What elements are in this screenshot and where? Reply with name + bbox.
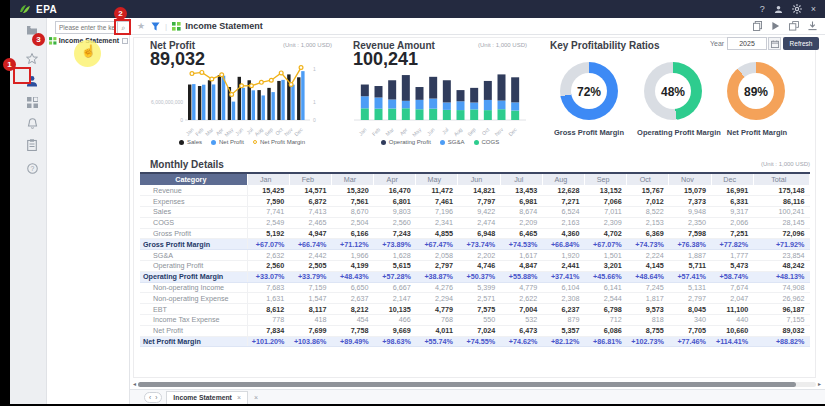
tree-item-box-icon[interactable] [122,38,128,44]
table-cell: 7,004 [500,304,542,315]
legend-label: Sales [187,139,202,145]
table-row-label: Income Tax Expense [140,315,247,326]
svg-text:Nov: Nov [283,126,294,137]
revenue-legend: Operating ProfitSG&ACOGS [355,139,525,145]
filter-icon[interactable] [151,22,160,31]
table-cell: 6,801 [374,196,416,207]
favorite-star-icon[interactable]: ★ [137,21,145,31]
tab-close-icon[interactable]: × [237,394,241,401]
svg-text:1: 1 [313,66,316,72]
table-cell: 7,413 [289,207,331,218]
table-cell: 879 [542,315,584,326]
table-cell: 86,116 [753,196,809,207]
table-cell: 23,854 [753,250,809,261]
table-cell: +74.73% [627,239,669,250]
scrollbar-track[interactable] [138,382,816,387]
svg-text:Apr: Apr [214,126,224,136]
table-cell: 9,422 [458,207,500,218]
help-circle-icon[interactable]: ? [23,161,41,176]
table-cell: 7,758 [331,325,373,336]
legend-marker-icon [440,140,445,145]
search-input[interactable] [55,21,117,34]
table-cell: +71.92% [753,239,809,250]
tab-close-icon[interactable]: × [254,394,258,401]
table-cell: 2,571 [458,293,500,304]
tab-nav-buttons[interactable]: ‹ › [144,392,162,403]
table-cell: +74.53% [500,239,542,250]
table-cell: 2,309 [584,217,626,228]
table-row: Operating Profit Margin+33.07%+33.79%+48… [140,271,810,282]
donut-label: Net Profit Margin [712,128,802,137]
ratios-title: Key Profitability Ratios [550,40,659,51]
table-body: Revenue15,42514,57115,32016,47011,47214,… [140,185,810,347]
year-input[interactable] [727,37,767,50]
legend-item: COGS [474,139,500,145]
scrollbar-thumb[interactable] [138,382,796,387]
table-cell: 2,224 [627,250,669,261]
copy-icon[interactable] [753,21,762,31]
epa-logo: EPA [10,4,57,15]
bell-icon[interactable] [23,116,41,131]
table-cell: +74.55% [458,336,500,347]
table-cell: 9,573 [627,304,669,315]
table-cell: 7,461 [416,196,458,207]
table-cell: 10,660 [711,325,753,336]
table-cell: +73.74% [458,239,500,250]
table-cell: +67.07% [247,239,289,250]
table-row: EBT8,6128,1178,21210,1354,7797,5757,0046… [140,304,810,315]
year-label: Year [710,40,724,47]
table-cell: 7,705 [669,325,711,336]
column-header: Apr [374,173,416,185]
table-cell: 7,674 [711,282,753,293]
close-icon[interactable]: × [811,4,816,14]
export-window-icon[interactable] [789,21,799,31]
help-icon[interactable]: ? [760,4,765,14]
column-header: Jun [458,173,500,185]
table-cell: +37.41% [542,271,584,282]
left-panel: ⌕ Income Statement [47,18,130,404]
table-cell: 9,317 [711,207,753,218]
table-cell: +57.41% [669,271,711,282]
breadcrumb-title: Income Statement [185,21,263,31]
tab-prev-icon[interactable]: ‹ [149,394,151,401]
table-cell: +77.82% [711,239,753,250]
play-icon[interactable] [771,21,780,31]
star-icon[interactable] [23,51,41,66]
table-cell: 8,045 [669,304,711,315]
table-cell: 3,201 [584,261,626,272]
calendar-icon[interactable] [768,37,781,50]
download-icon[interactable] [808,21,817,31]
donut-value: 48% [644,85,702,99]
legend-item: Operating Profit [381,139,431,145]
table-cell: +101.20% [247,336,289,347]
clipboard-icon[interactable] [23,137,41,152]
scroll-left-icon[interactable]: ◂ [133,381,136,388]
legend-label: COGS [482,139,500,145]
table-cell: +48.43% [331,271,373,282]
dashboard-icon[interactable] [23,95,41,110]
table-cell: 8,674 [500,207,542,218]
user-icon[interactable] [774,5,783,14]
scroll-right-icon[interactable]: ▸ [818,381,821,388]
tab-income-statement[interactable]: Income Statement × [166,391,248,404]
refresh-button[interactable]: Refresh [783,37,819,50]
table-cell: 2,442 [289,250,331,261]
table-cell: 2,047 [711,293,753,304]
table-cell: 466 [374,315,416,326]
table-cell: +55.74% [416,336,458,347]
table-cell: 8,670 [331,207,373,218]
table-cell: 6,981 [500,196,542,207]
table-cell: 89,032 [753,325,809,336]
gear-icon[interactable] [792,4,802,14]
table-row: Gross Profit5,1924,9476,1667,2434,8556,9… [140,228,810,239]
table-row-label: COGS [140,217,247,228]
horizontal-scrollbar[interactable]: ◂ ▸ [133,381,821,388]
bottom-tabbar: ‹ › Income Statement × × [130,389,825,404]
table-cell: 532 [500,315,542,326]
table-cell: 778 [247,315,289,326]
column-header: Jan [247,173,289,185]
table-cell: +114.41% [711,336,753,347]
table-cell: 1,501 [584,250,626,261]
tab-next-icon[interactable]: › [155,394,157,401]
annotation-box-user-icon [13,67,31,84]
